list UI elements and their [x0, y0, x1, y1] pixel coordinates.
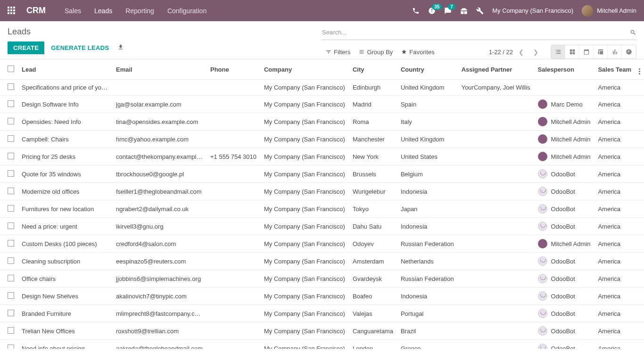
table-row[interactable]: Opensides: Need Infotina@opensides.examp… — [0, 113, 644, 131]
create-button[interactable]: Create — [8, 41, 44, 54]
cell-email: hmc@yahoo.example.com — [112, 131, 206, 148]
table-row[interactable]: Furnitures for new locationngrabert2@dai… — [0, 200, 644, 218]
row-checkbox[interactable] — [8, 257, 14, 264]
cell-team: America — [594, 165, 635, 183]
row-checkbox[interactable] — [8, 310, 14, 316]
table-row[interactable]: Design New Shelvesakalinovich7@tinypic.c… — [0, 288, 644, 305]
table-row[interactable]: Specifications and price of your p...My … — [0, 80, 644, 96]
messages-icon[interactable]: 7 — [444, 7, 452, 15]
table-scroll[interactable]: Lead Email Phone Company City Country As… — [0, 59, 644, 349]
pager-value[interactable]: 1-22 / 22 — [489, 49, 513, 56]
table-row[interactable]: Pricing for 25 deskscontact@thekompany.e… — [0, 148, 644, 165]
cell-phone — [206, 305, 260, 322]
cell-city: Brussels — [349, 165, 397, 183]
col-phone[interactable]: Phone — [206, 59, 260, 80]
table-row[interactable]: Need a price: urgentikirvell3@gnu.orgMy … — [0, 218, 644, 235]
cell-company: My Company (San Francisco) — [260, 113, 349, 131]
cell-country: Belgium — [397, 165, 458, 183]
salesperson-avatar-icon — [538, 152, 547, 161]
row-checkbox[interactable] — [8, 135, 14, 142]
cell-salesperson: OdooBot — [534, 322, 594, 340]
row-checkbox[interactable] — [8, 240, 14, 247]
pager-next-icon[interactable]: ❯ — [529, 47, 542, 58]
row-checkbox[interactable] — [8, 345, 14, 349]
row-checkbox[interactable] — [8, 327, 14, 334]
row-checkbox[interactable] — [8, 100, 14, 107]
salesperson-avatar-icon — [538, 222, 547, 231]
table-row[interactable]: Branded Furnituremlimprecht8@fastcompany… — [0, 305, 644, 322]
cell-company: My Company (San Francisco) — [260, 96, 349, 113]
view-kanban-icon[interactable] — [565, 45, 579, 58]
col-assigned[interactable]: Assigned Partner — [458, 59, 534, 80]
col-lead[interactable]: Lead — [18, 59, 112, 80]
nav-reporting[interactable]: Reporting — [125, 7, 154, 15]
search-icon[interactable] — [630, 29, 636, 36]
view-calendar-icon[interactable] — [579, 45, 594, 58]
table-row[interactable]: Modernize old officesfseiller1@theglobea… — [0, 183, 644, 200]
nav-leads[interactable]: Leads — [94, 7, 112, 15]
row-checkbox[interactable] — [8, 205, 14, 212]
table-row[interactable]: Office chairsjjobbins6@simplemachines.or… — [0, 270, 644, 288]
cell-city: Tokyo — [349, 200, 397, 218]
row-checkbox[interactable] — [8, 222, 14, 229]
cell-salesperson: Mitchell Admin — [534, 113, 594, 131]
search-input[interactable] — [322, 27, 630, 38]
table-row[interactable]: Campbell: Chairshmc@yahoo.example.comMy … — [0, 131, 644, 148]
col-salesperson[interactable]: Salesperson — [534, 59, 594, 80]
cell-team: America — [594, 113, 635, 131]
cell-phone — [206, 253, 260, 270]
col-country[interactable]: Country — [397, 59, 458, 80]
company-switcher[interactable]: My Company (San Francisco) — [492, 7, 573, 14]
favorites-button[interactable]: Favorites — [397, 47, 438, 58]
table-row[interactable]: Custom Desks (100 pieces)credford4@salon… — [0, 235, 644, 253]
table-row[interactable]: Quote for 35 windowstbrockhouse0@google.… — [0, 165, 644, 183]
nav-sales[interactable]: Sales — [65, 7, 81, 15]
view-activity-icon[interactable] — [622, 45, 636, 58]
cell-email: tina@opensides.example.com — [112, 113, 206, 131]
cell-city: Boafeo — [349, 288, 397, 305]
row-checkbox[interactable] — [8, 170, 14, 177]
cell-salesperson: OdooBot — [534, 288, 594, 305]
table-row[interactable]: Trelian New Officesroxshott9@trellian.co… — [0, 322, 644, 340]
download-icon[interactable] — [116, 42, 126, 54]
col-team[interactable]: Sales Team — [594, 59, 635, 80]
filters-button[interactable]: Filters — [322, 47, 354, 58]
generate-leads-button[interactable]: Generate Leads — [51, 44, 109, 51]
cell-city: Madrid — [349, 96, 397, 113]
row-checkbox[interactable] — [8, 275, 14, 281]
phone-icon[interactable] — [412, 7, 420, 15]
table-row[interactable]: Need info about pricingaakreda@theglobea… — [0, 340, 644, 349]
view-list-icon[interactable] — [551, 45, 565, 58]
row-checkbox[interactable] — [8, 188, 14, 194]
row-checkbox[interactable] — [8, 83, 14, 90]
col-company[interactable]: Company — [260, 59, 349, 80]
row-checkbox[interactable] — [8, 292, 14, 299]
cell-assigned — [458, 288, 534, 305]
cell-salesperson: Marc Demo — [534, 96, 594, 113]
user-menu[interactable]: Mitchell Admin — [582, 5, 636, 16]
row-checkbox[interactable] — [8, 118, 14, 124]
view-pivot-icon[interactable] — [594, 45, 608, 58]
cell-assigned — [458, 148, 534, 165]
cell-team: America — [594, 183, 635, 200]
search-bar — [322, 27, 636, 40]
col-email[interactable]: Email — [112, 59, 206, 80]
salesperson-avatar-icon — [538, 344, 547, 349]
cell-phone — [206, 113, 260, 131]
pager-prev-icon[interactable]: ❮ — [515, 47, 528, 58]
nav-configuration[interactable]: Configuration — [167, 7, 206, 15]
table-row[interactable]: Design Software Infojga@solar.example.co… — [0, 96, 644, 113]
apps-icon[interactable] — [8, 7, 16, 15]
select-all-checkbox[interactable] — [8, 66, 14, 72]
activities-icon[interactable]: 35 — [428, 7, 436, 15]
cell-email: ngrabert2@dailymail.co.uk — [112, 200, 206, 218]
control-panel: Leads Create Generate Leads Filters Grou… — [0, 21, 644, 59]
wrench-icon[interactable] — [476, 7, 484, 15]
groupby-button[interactable]: Group By — [355, 47, 396, 58]
columns-menu-icon[interactable] — [639, 68, 640, 74]
view-graph-icon[interactable] — [608, 45, 622, 58]
row-checkbox[interactable] — [8, 153, 14, 159]
gift-icon[interactable] — [460, 7, 468, 15]
col-city[interactable]: City — [349, 59, 397, 80]
table-row[interactable]: Cleaning subscriptioneespinazo5@reuters.… — [0, 253, 644, 270]
